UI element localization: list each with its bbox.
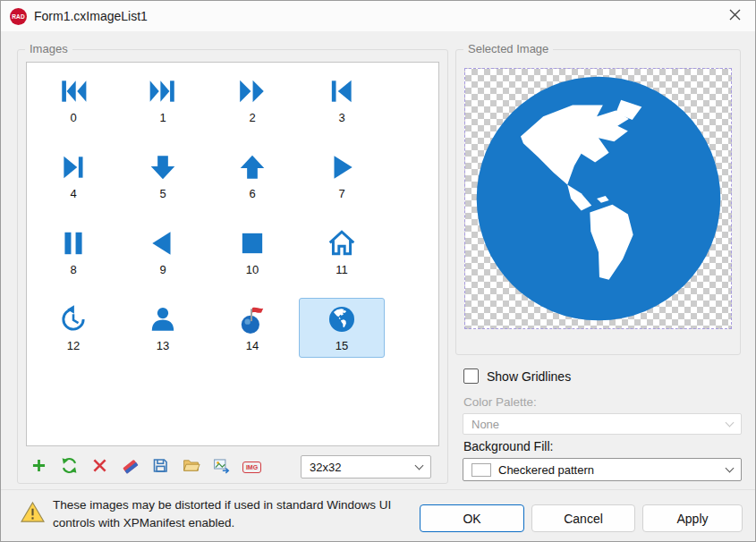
clear-images-button[interactable]	[118, 455, 142, 479]
picture-export-icon	[212, 456, 231, 478]
export-image-button[interactable]	[209, 455, 234, 479]
image-list-item-selected[interactable]: 15	[297, 298, 386, 374]
selected-image-preview	[464, 68, 732, 329]
export-img-format-button[interactable]: IMG	[240, 455, 264, 479]
image-list-toolbar: IMG 32x32	[27, 454, 431, 479]
images-group-label: Images	[25, 42, 72, 55]
image-index-label: 7	[338, 187, 344, 200]
image-list-item[interactable]: 14	[208, 298, 297, 374]
image-list-item[interactable]: 7	[297, 146, 386, 222]
cximagelist-editor-dialog: RAD Form1.cxImageList1 Images 0 1	[0, 0, 756, 542]
background-fill-label: Background Fill:	[463, 439, 553, 453]
image-index-label: 6	[249, 187, 255, 200]
arrow-down-icon	[148, 152, 178, 182]
show-gridlines-checkbox[interactable]	[463, 368, 479, 384]
delete-image-button[interactable]	[88, 455, 112, 479]
replace-image-button[interactable]	[57, 455, 81, 479]
chevron-down-icon	[726, 419, 735, 428]
plus-icon	[30, 456, 48, 478]
image-index-label: 4	[70, 187, 76, 200]
refresh-icon	[60, 456, 79, 478]
user-icon	[148, 304, 178, 335]
cancel-button[interactable]: Cancel	[531, 504, 635, 532]
globe-preview-image	[467, 69, 730, 328]
titlebar: RAD Form1.cxImageList1	[1, 1, 755, 31]
image-list-item[interactable]: 13	[118, 298, 208, 374]
image-index-label: 14	[246, 339, 259, 352]
fill-color-swatch	[471, 463, 491, 477]
image-list-item[interactable]: 4	[29, 146, 118, 222]
image-list-item[interactable]: 12	[29, 298, 118, 374]
image-index-label: 3	[338, 111, 344, 124]
image-list-item[interactable]: 9	[118, 222, 208, 298]
size-select[interactable]: 32x32	[301, 455, 431, 478]
image-index-label: 12	[67, 339, 80, 352]
chevron-down-icon	[415, 462, 424, 470]
image-index-label: 10	[246, 263, 259, 276]
ok-button[interactable]: OK	[420, 504, 524, 532]
image-list-item[interactable]: 0	[29, 70, 118, 146]
color-palette-select: None	[463, 413, 742, 435]
apply-button[interactable]: Apply	[642, 504, 743, 532]
image-index-label: 13	[157, 339, 169, 352]
background-fill-value: Checkered pattern	[498, 463, 594, 477]
footer-bar: These images may be distorted if used in…	[1, 489, 755, 541]
image-list[interactable]: 0 1 2 3 4	[26, 62, 439, 446]
delete-x-icon	[90, 456, 109, 478]
save-disk-icon	[151, 456, 170, 478]
background-fill-select[interactable]: Checkered pattern	[463, 458, 742, 481]
image-index-label: 8	[70, 263, 76, 276]
images-groupbox: Images 0 1 2 3	[17, 49, 448, 484]
add-image-button[interactable]	[27, 455, 51, 479]
rad-studio-icon: RAD	[10, 8, 27, 25]
first-icon	[58, 76, 89, 106]
selected-image-groupbox: Selected Image	[455, 49, 741, 355]
next-icon	[58, 152, 89, 182]
color-palette-label: Color Palette:	[463, 395, 537, 409]
image-index-label: 5	[159, 187, 166, 200]
image-list-item[interactable]: 1	[118, 70, 208, 146]
open-folder-icon	[182, 456, 200, 478]
image-list-item[interactable]: 11	[297, 222, 386, 298]
image-index-label: 11	[336, 263, 348, 276]
flag-icon	[237, 304, 268, 335]
home-icon	[327, 228, 357, 258]
image-list-item[interactable]: 10	[208, 222, 297, 298]
warning-text: These images may be distorted if used in…	[53, 496, 416, 533]
play-reverse-icon	[148, 228, 178, 258]
load-images-button[interactable]	[179, 455, 203, 479]
previous-icon	[327, 76, 357, 106]
show-gridlines-label: Show Gridlines	[487, 369, 571, 384]
image-index-label: 2	[249, 111, 255, 124]
image-index-label: 15	[336, 339, 348, 352]
chevron-down-icon	[726, 464, 735, 473]
color-palette-value: None	[471, 418, 499, 431]
image-grid: 0 1 2 3 4	[29, 70, 386, 374]
image-list-item[interactable]: 3	[297, 70, 386, 146]
selected-image-group-label: Selected Image	[463, 42, 553, 55]
close-icon	[729, 9, 741, 23]
show-gridlines-row: Show Gridlines	[463, 368, 571, 384]
save-images-button[interactable]	[149, 455, 173, 479]
image-list-item[interactable]: 6	[208, 146, 297, 222]
close-button[interactable]	[714, 1, 755, 31]
image-index-label: 1	[159, 111, 166, 124]
stop-icon	[237, 228, 268, 258]
warning-icon	[21, 501, 45, 523]
play-icon	[327, 152, 357, 182]
eraser-icon	[121, 456, 140, 478]
arrow-up-icon	[237, 152, 268, 182]
window-title: Form1.cxImageList1	[34, 9, 148, 23]
image-index-label: 0	[70, 111, 76, 124]
globe-icon	[327, 304, 357, 335]
size-select-value: 32x32	[310, 461, 341, 474]
fast-forward-icon	[237, 76, 268, 106]
img-format-icon: IMG	[242, 462, 261, 473]
image-index-label: 9	[159, 263, 166, 276]
history-icon	[58, 304, 89, 335]
pause-icon	[58, 228, 89, 258]
image-list-item[interactable]: 8	[29, 222, 118, 298]
last-icon	[148, 76, 178, 106]
image-list-item[interactable]: 2	[208, 70, 297, 146]
image-list-item[interactable]: 5	[118, 146, 208, 222]
